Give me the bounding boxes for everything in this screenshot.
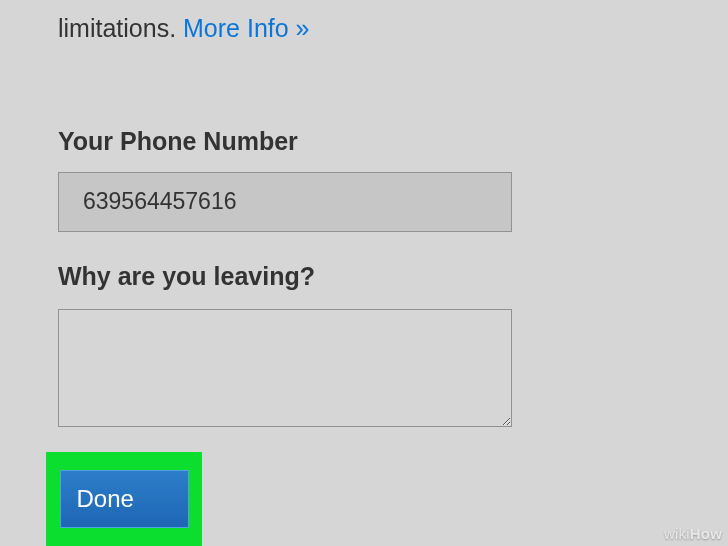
intro-fragment: limitations.	[58, 14, 176, 42]
done-button[interactable]: Done	[60, 470, 189, 528]
phone-input[interactable]	[58, 172, 512, 232]
leaving-textarea[interactable]	[58, 309, 512, 427]
watermark: wikiHow	[664, 525, 722, 542]
done-highlight: Done	[46, 452, 202, 546]
more-info-link[interactable]: More Info »	[183, 14, 309, 42]
watermark-prefix: wiki	[664, 525, 690, 542]
phone-label: Your Phone Number	[58, 127, 670, 156]
watermark-suffix: How	[690, 525, 722, 542]
leaving-label: Why are you leaving?	[58, 262, 670, 291]
intro-text: limitations. More Info »	[58, 0, 670, 45]
